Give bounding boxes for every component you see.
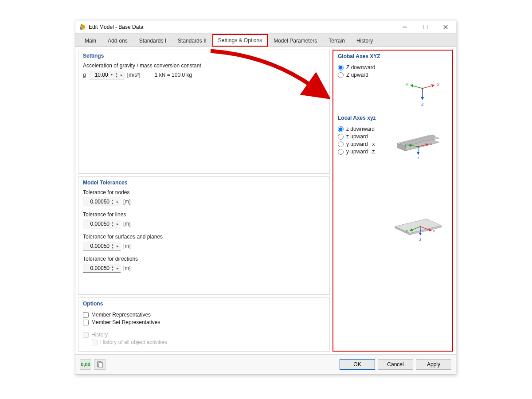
tol-directions-spinner[interactable]: ▴▾ ▸ — [83, 264, 121, 273]
gravity-row: g ▾ ▴▾ ▸ [m/s²] 1 kN = 100.0 kg — [83, 70, 325, 79]
check-history-label: History — [91, 332, 108, 338]
tol-lines-spinner[interactable]: ▴▾ ▸ — [83, 219, 121, 228]
tab-standards2[interactable]: Standards II — [172, 35, 212, 47]
tol-nodes-input[interactable] — [83, 198, 110, 206]
panel-settings-title: Settings — [78, 50, 329, 62]
minimize-icon — [403, 25, 407, 29]
local-axes-plate-diagram: x y z — [338, 207, 448, 242]
play-icon[interactable]: ▸ — [115, 244, 121, 248]
panel-local-axes-body: z downward z upward y upward | x y upwar… — [333, 124, 452, 248]
tol-lines-block: Tolerance for lines ▴▾ ▸ [m] — [83, 211, 325, 228]
svg-text:Y: Y — [406, 82, 409, 87]
panel-settings: Settings Acceleration of gravity / mass … — [78, 50, 330, 174]
g-unit: [m/s²] — [127, 72, 141, 78]
apply-button[interactable]: Apply — [416, 359, 451, 370]
panel-global-axes-title: Global Axes XYZ — [333, 51, 452, 62]
dialog-content: Settings Acceleration of gravity / mass … — [75, 47, 456, 354]
g-spinner[interactable]: ▾ ▴▾ ▸ — [89, 70, 125, 79]
g-equation: 1 kN = 100.0 kg — [155, 72, 192, 78]
panel-settings-body: Acceleration of gravity / mass conversio… — [78, 62, 329, 84]
left-column: Settings Acceleration of gravity / mass … — [78, 50, 330, 352]
close-button[interactable] — [435, 20, 456, 33]
check-member-rep-box[interactable] — [83, 312, 89, 318]
check-member-set-rep-box[interactable] — [83, 320, 89, 325]
tol-nodes-unit: [m] — [123, 199, 131, 205]
tol-nodes-spinner[interactable]: ▴▾ ▸ — [83, 197, 121, 206]
tab-standards1[interactable]: Standards I — [133, 35, 172, 47]
g-step-icons[interactable]: ▴▾ — [114, 72, 119, 78]
radio-z-downward[interactable]: Z downward — [338, 64, 448, 70]
svg-text:X: X — [437, 82, 440, 87]
tol-lines-input[interactable] — [83, 220, 110, 228]
step-icons[interactable]: ▴▾ — [110, 265, 115, 271]
play-icon[interactable]: ▸ — [115, 222, 121, 226]
g-play-icon[interactable]: ▸ — [119, 73, 125, 77]
play-icon[interactable]: ▸ — [115, 266, 121, 270]
tol-surfaces-block: Tolerance for surfaces and planes ▴▾ ▸ [… — [83, 234, 325, 250]
check-history-activities-box — [92, 340, 98, 345]
tab-history[interactable]: History — [351, 35, 379, 47]
g-dropdown-icon[interactable]: ▾ — [109, 73, 114, 77]
cancel-button[interactable]: Cancel — [378, 359, 413, 370]
clipboard-button[interactable] — [94, 359, 106, 370]
play-icon[interactable]: ▸ — [115, 200, 121, 204]
check-member-rep[interactable]: Member Representatives — [83, 312, 325, 318]
check-member-set-rep[interactable]: Member Set Representatives — [83, 319, 325, 325]
check-member-rep-label: Member Representatives — [91, 312, 151, 318]
step-icons[interactable]: ▴▾ — [110, 221, 115, 227]
panel-options-body: Member Representatives Member Set Repres… — [78, 309, 329, 351]
svg-text:x: x — [433, 229, 435, 233]
gravity-label: Acceleration of gravity / mass conversio… — [83, 63, 325, 69]
radio-z-upward[interactable]: Z upward — [338, 72, 448, 78]
panel-global-axes: Global Axes XYZ Z downward Z upward — [333, 51, 452, 112]
svg-text:y: y — [406, 229, 408, 233]
radio-z-downward-input[interactable] — [338, 65, 344, 70]
tab-settings-options[interactable]: Settings & Options — [212, 34, 268, 47]
dialog-edit-model: Edit Model - Base Data Main Add-ons Stan… — [75, 20, 456, 375]
clipboard-icon — [97, 361, 103, 368]
tol-lines-label: Tolerance for lines — [83, 211, 325, 218]
panel-tolerances: Model Tolerances Tolerance for nodes ▴▾ … — [78, 176, 330, 295]
svg-text:Z: Z — [421, 102, 424, 106]
ok-button[interactable]: OK — [340, 359, 375, 370]
close-icon — [443, 25, 448, 29]
check-history-activities-label: History of all object activities — [100, 339, 167, 345]
panel-global-axes-body: Z downward Z upward — [333, 62, 452, 112]
titlebar: Edit Model - Base Data — [75, 20, 456, 34]
panel-tolerances-title: Model Tolerances — [78, 177, 329, 188]
radio-z-downward-label: Z downward — [346, 64, 375, 70]
app-icon — [79, 23, 86, 31]
tol-nodes-block: Tolerance for nodes ▴▾ ▸ [m] — [83, 189, 325, 206]
tol-surfaces-input[interactable] — [83, 242, 110, 250]
panel-tolerances-body: Tolerance for nodes ▴▾ ▸ [m] Tolerance f… — [78, 188, 329, 282]
tol-directions-block: Tolerance for directions ▴▾ ▸ [m] — [83, 256, 325, 273]
tol-lines-unit: [m] — [123, 221, 131, 227]
tol-surfaces-unit: [m] — [123, 243, 131, 249]
local-axes-beam-diagram: x y z — [338, 130, 448, 161]
global-axes-diagram: X Y Z — [338, 79, 448, 106]
tab-main[interactable]: Main — [79, 35, 102, 47]
tol-directions-unit: [m] — [123, 265, 131, 271]
step-icons[interactable]: ▴▾ — [110, 243, 115, 249]
minimize-button[interactable] — [395, 20, 415, 33]
check-history-box — [83, 332, 89, 338]
check-history: History — [83, 332, 325, 338]
tol-directions-input[interactable] — [83, 264, 110, 272]
units-button[interactable]: 0,00 — [80, 359, 91, 370]
units-icon: 0,00 — [81, 362, 90, 367]
tol-surfaces-spinner[interactable]: ▴▾ ▸ — [83, 242, 121, 250]
g-input[interactable] — [89, 71, 109, 79]
svg-point-1 — [80, 27, 82, 30]
step-icons[interactable]: ▴▾ — [110, 199, 115, 205]
maximize-button[interactable] — [415, 20, 435, 33]
tol-nodes-label: Tolerance for nodes — [83, 189, 325, 196]
tab-terrain[interactable]: Terrain — [323, 35, 351, 47]
svg-line-7 — [422, 85, 434, 89]
tab-model-parameters[interactable]: Model Parameters — [268, 35, 323, 47]
window-controls — [395, 20, 456, 33]
radio-z-upward-input[interactable] — [338, 72, 344, 78]
svg-text:y: y — [405, 142, 407, 147]
tab-addons[interactable]: Add-ons — [102, 35, 133, 47]
panel-options: Options Member Representatives Member Se… — [78, 297, 330, 352]
dialog-footer: 0,00 OK Cancel Apply — [75, 354, 456, 374]
